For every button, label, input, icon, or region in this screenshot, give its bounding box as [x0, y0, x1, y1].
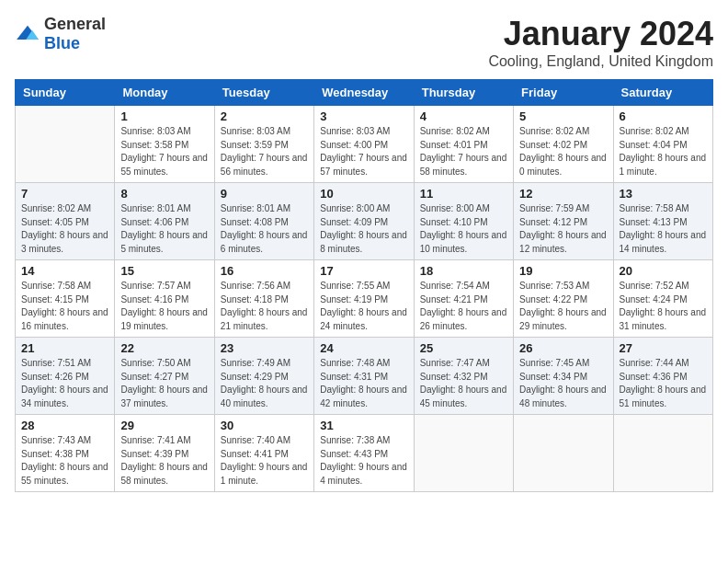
day-detail: Sunrise: 8:02 AM Sunset: 4:04 PM Dayligh…: [620, 125, 707, 178]
calendar-cell: 26Sunrise: 7:45 AM Sunset: 4:34 PM Dayli…: [514, 338, 613, 415]
calendar-cell: 18Sunrise: 7:54 AM Sunset: 4:21 PM Dayli…: [414, 260, 513, 338]
calendar-body: 1Sunrise: 8:03 AM Sunset: 3:58 PM Daylig…: [16, 106, 713, 492]
day-number: 3: [320, 109, 407, 123]
day-number: 1: [120, 109, 208, 123]
calendar-cell: 23Sunrise: 7:49 AM Sunset: 4:29 PM Dayli…: [214, 338, 313, 415]
day-detail: Sunrise: 8:02 AM Sunset: 4:01 PM Dayligh…: [420, 125, 507, 178]
calendar-cell: [514, 415, 613, 492]
day-detail: Sunrise: 7:54 AM Sunset: 4:21 PM Dayligh…: [420, 280, 507, 333]
day-number: 25: [420, 341, 507, 355]
day-detail: Sunrise: 7:44 AM Sunset: 4:36 PM Dayligh…: [620, 357, 707, 410]
calendar-cell: 25Sunrise: 7:47 AM Sunset: 4:32 PM Dayli…: [414, 338, 513, 415]
calendar-cell: [613, 415, 712, 492]
calendar-cell: 29Sunrise: 7:41 AM Sunset: 4:39 PM Dayli…: [115, 415, 214, 492]
day-number: 15: [120, 264, 208, 278]
calendar-week-row: 7Sunrise: 8:02 AM Sunset: 4:05 PM Daylig…: [16, 183, 713, 260]
weekday-header-friday: Friday: [514, 80, 613, 106]
day-number: 12: [519, 187, 607, 201]
day-detail: Sunrise: 8:01 AM Sunset: 4:06 PM Dayligh…: [120, 202, 208, 256]
weekday-header-monday: Monday: [115, 80, 214, 106]
logo: General Blue: [15, 15, 106, 53]
calendar-cell: 11Sunrise: 8:00 AM Sunset: 4:10 PM Dayli…: [414, 183, 513, 260]
weekday-header-thursday: Thursday: [414, 80, 513, 106]
calendar-cell: 10Sunrise: 8:00 AM Sunset: 4:09 PM Dayli…: [314, 183, 414, 260]
calendar-cell: 30Sunrise: 7:40 AM Sunset: 4:41 PM Dayli…: [214, 415, 313, 492]
day-number: 27: [620, 341, 707, 355]
day-number: 22: [120, 341, 208, 355]
location-subtitle: Cooling, England, United Kingdom: [488, 53, 713, 70]
day-detail: Sunrise: 8:02 AM Sunset: 4:02 PM Dayligh…: [519, 125, 607, 178]
weekday-header-saturday: Saturday: [613, 80, 712, 106]
logo-text-blue: Blue: [44, 34, 80, 52]
day-number: 28: [21, 419, 108, 432]
day-detail: Sunrise: 7:58 AM Sunset: 4:13 PM Dayligh…: [620, 202, 707, 256]
day-detail: Sunrise: 7:41 AM Sunset: 4:39 PM Dayligh…: [120, 434, 208, 488]
day-detail: Sunrise: 7:48 AM Sunset: 4:31 PM Dayligh…: [320, 357, 407, 410]
calendar-week-row: 28Sunrise: 7:43 AM Sunset: 4:38 PM Dayli…: [16, 415, 713, 492]
day-detail: Sunrise: 8:00 AM Sunset: 4:10 PM Dayligh…: [420, 202, 507, 256]
day-number: 13: [620, 187, 707, 201]
weekday-header-sunday: Sunday: [16, 80, 115, 106]
calendar-cell: 14Sunrise: 7:58 AM Sunset: 4:15 PM Dayli…: [16, 260, 115, 338]
calendar-cell: 27Sunrise: 7:44 AM Sunset: 4:36 PM Dayli…: [613, 338, 712, 415]
day-number: 23: [221, 341, 308, 355]
calendar-cell: 15Sunrise: 7:57 AM Sunset: 4:16 PM Dayli…: [115, 260, 214, 338]
day-number: 24: [320, 341, 407, 355]
calendar-cell: 17Sunrise: 7:55 AM Sunset: 4:19 PM Dayli…: [314, 260, 414, 338]
day-detail: Sunrise: 8:03 AM Sunset: 4:00 PM Dayligh…: [320, 125, 407, 178]
calendar-cell: 3Sunrise: 8:03 AM Sunset: 4:00 PM Daylig…: [314, 106, 414, 183]
day-detail: Sunrise: 7:47 AM Sunset: 4:32 PM Dayligh…: [420, 357, 507, 410]
day-number: 18: [420, 264, 507, 278]
calendar-cell: 4Sunrise: 8:02 AM Sunset: 4:01 PM Daylig…: [414, 106, 513, 183]
calendar-cell: 16Sunrise: 7:56 AM Sunset: 4:18 PM Dayli…: [214, 260, 313, 338]
calendar-cell: 22Sunrise: 7:50 AM Sunset: 4:27 PM Dayli…: [115, 338, 214, 415]
day-number: 8: [120, 187, 208, 201]
day-detail: Sunrise: 7:38 AM Sunset: 4:43 PM Dayligh…: [320, 434, 407, 488]
calendar-week-row: 1Sunrise: 8:03 AM Sunset: 3:58 PM Daylig…: [16, 106, 713, 183]
calendar-cell: 1Sunrise: 8:03 AM Sunset: 3:58 PM Daylig…: [115, 106, 214, 183]
day-detail: Sunrise: 7:51 AM Sunset: 4:26 PM Dayligh…: [21, 357, 108, 410]
page-title: January 2024: [488, 15, 713, 53]
day-number: 2: [221, 109, 308, 123]
day-number: 29: [120, 419, 208, 432]
day-detail: Sunrise: 8:03 AM Sunset: 3:59 PM Dayligh…: [221, 125, 308, 178]
calendar-header-row: SundayMondayTuesdayWednesdayThursdayFrid…: [16, 80, 713, 106]
day-detail: Sunrise: 8:03 AM Sunset: 3:58 PM Dayligh…: [120, 125, 208, 178]
day-number: 14: [21, 264, 108, 278]
logo-text-general: General: [44, 15, 106, 33]
calendar-cell: [16, 106, 115, 183]
day-detail: Sunrise: 7:53 AM Sunset: 4:22 PM Dayligh…: [519, 280, 607, 333]
calendar-cell: 9Sunrise: 8:01 AM Sunset: 4:08 PM Daylig…: [214, 183, 313, 260]
day-number: 9: [221, 187, 308, 201]
title-area: January 2024 Cooling, England, United Ki…: [488, 15, 713, 70]
calendar-cell: 12Sunrise: 7:59 AM Sunset: 4:12 PM Dayli…: [514, 183, 613, 260]
day-detail: Sunrise: 8:01 AM Sunset: 4:08 PM Dayligh…: [221, 202, 308, 256]
day-detail: Sunrise: 8:02 AM Sunset: 4:05 PM Dayligh…: [21, 202, 108, 256]
day-detail: Sunrise: 7:59 AM Sunset: 4:12 PM Dayligh…: [519, 202, 607, 256]
day-number: 31: [320, 419, 407, 432]
weekday-header-wednesday: Wednesday: [314, 80, 414, 106]
day-number: 19: [519, 264, 607, 278]
day-number: 10: [320, 187, 407, 201]
day-number: 4: [420, 109, 507, 123]
day-number: 7: [21, 187, 108, 201]
calendar-cell: 5Sunrise: 8:02 AM Sunset: 4:02 PM Daylig…: [514, 106, 613, 183]
calendar-cell: 20Sunrise: 7:52 AM Sunset: 4:24 PM Dayli…: [613, 260, 712, 338]
logo-icon: [15, 24, 40, 44]
day-detail: Sunrise: 7:58 AM Sunset: 4:15 PM Dayligh…: [21, 280, 108, 333]
day-detail: Sunrise: 7:50 AM Sunset: 4:27 PM Dayligh…: [120, 357, 208, 410]
day-number: 26: [519, 341, 607, 355]
day-number: 30: [221, 419, 308, 432]
day-detail: Sunrise: 7:49 AM Sunset: 4:29 PM Dayligh…: [221, 357, 308, 410]
calendar-cell: 21Sunrise: 7:51 AM Sunset: 4:26 PM Dayli…: [16, 338, 115, 415]
day-detail: Sunrise: 8:00 AM Sunset: 4:09 PM Dayligh…: [320, 202, 407, 256]
calendar-cell: 8Sunrise: 8:01 AM Sunset: 4:06 PM Daylig…: [115, 183, 214, 260]
day-number: 5: [519, 109, 607, 123]
day-number: 21: [21, 341, 108, 355]
calendar-cell: 13Sunrise: 7:58 AM Sunset: 4:13 PM Dayli…: [613, 183, 712, 260]
calendar-week-row: 14Sunrise: 7:58 AM Sunset: 4:15 PM Dayli…: [16, 260, 713, 338]
calendar-table: SundayMondayTuesdayWednesdayThursdayFrid…: [15, 79, 713, 492]
calendar-cell: 28Sunrise: 7:43 AM Sunset: 4:38 PM Dayli…: [16, 415, 115, 492]
calendar-week-row: 21Sunrise: 7:51 AM Sunset: 4:26 PM Dayli…: [16, 338, 713, 415]
day-detail: Sunrise: 7:57 AM Sunset: 4:16 PM Dayligh…: [120, 280, 208, 333]
